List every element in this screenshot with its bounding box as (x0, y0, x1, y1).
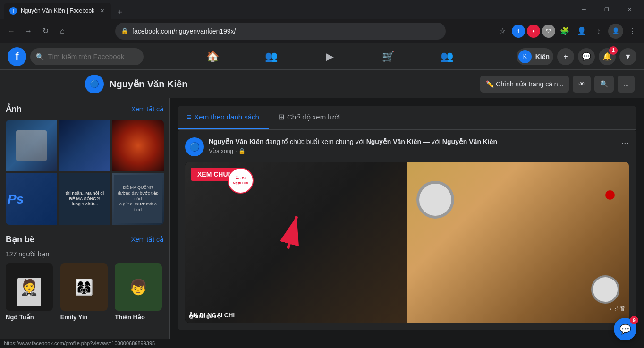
extensions-icon[interactable]: 🧩 (557, 24, 572, 39)
fb-logo: f (8, 47, 26, 66)
status-url: https://www.facebook.com/profile.php?vie… (4, 340, 155, 346)
nav-watch[interactable]: ▶ (302, 45, 358, 68)
reload-button[interactable]: ↻ (38, 24, 53, 39)
tab-bar: f Nguyễn Văn Kiên | Facebook ✕ + ─ ❐ ✕ (0, 0, 644, 19)
nav-friends[interactable]: 👥 (243, 45, 300, 68)
friends-header: Bạn bè Xem tất cả (6, 234, 164, 245)
add-button[interactable]: + (557, 48, 574, 65)
lock-icon: 🔒 (121, 27, 128, 34)
restore-button[interactable]: ❐ (596, 2, 618, 17)
post-author-avatar: 🔵 (185, 137, 204, 156)
tiktok-watermark: ꀤ 抖音 (608, 305, 625, 312)
back-button[interactable]: ← (4, 24, 19, 39)
post-privacy-icon: · (235, 148, 237, 154)
fb-header: f 🔍 🏠 👥 ▶ 🛒 👥 K Kiên + 💬 🔔 (0, 43, 644, 70)
main-content: Ảnh Xem tất cả (0, 98, 644, 339)
profile-icon[interactable]: 👤 (574, 24, 589, 39)
ext-icon-3[interactable]: 🛡 (542, 25, 555, 38)
photo-6[interactable]: ĐÉ MA QUÊN!?đường day bước tiếp nói la g… (112, 173, 164, 225)
post-media[interactable]: XEM CHUNG Ăn ĐiNgại Chi (185, 162, 629, 323)
star-icon[interactable]: ☆ (495, 24, 510, 39)
post-text-part1: đang tổ chức buổi xem chung với (265, 138, 366, 145)
svg-line-1 (276, 216, 308, 248)
post-tagged-person: Nguyễn Văn Kiên (442, 138, 497, 145)
notifications-button[interactable]: 🔔 1 (599, 48, 616, 65)
sidebar: Ảnh Xem tất cả (0, 98, 170, 339)
tab-list-view[interactable]: ≡ Xem theo danh sách (178, 106, 269, 129)
post-time: Vừa xong · 🔒 (209, 148, 616, 154)
profile-name: Nguyễn Văn Kiên (110, 78, 187, 90)
toolbar-icons: ☆ f ● 🛡 🧩 👤 ↕ 👤 ⋮ (495, 24, 640, 39)
minimize-button[interactable]: ─ (573, 2, 595, 17)
user-profile-button[interactable]: K Kiên (517, 48, 553, 65)
search-input[interactable] (48, 52, 138, 60)
post-author-name: Nguyễn Văn Kiên (209, 138, 263, 145)
facebook-container: f 🔍 🏠 👥 ▶ 🛒 👥 K Kiên + 💬 🔔 (0, 43, 644, 348)
friends-see-all[interactable]: Xem tất cả (131, 236, 164, 243)
friends-section: Bạn bè Xem tất cả 127 người bạn 🤵 (6, 234, 164, 321)
friend-avatar-ngo-tuan: 🤵 (6, 263, 53, 311)
more-options-button[interactable]: ... (618, 76, 635, 93)
ext-icon-2[interactable]: ● (527, 25, 540, 38)
video-title: ĂN ĐI NGẠI CHI (189, 312, 235, 319)
feed: ≡ Xem theo danh sách ⊞ Chế độ xem lưới 🔵 (170, 98, 644, 339)
photo-1[interactable] (6, 120, 57, 171)
friend-name-ngo-tuan: Ngô Tuấn (6, 314, 34, 321)
url-bar[interactable]: 🔒 facebook.com/nguyenvankien199x/ (115, 23, 446, 40)
photos-grid: Ps thi ngăn...Ma nôi điĐÉ MA SÓNG?!lung … (6, 120, 164, 225)
edit-profile-button[interactable]: ✏️ Chỉnh sửa trang cá n... (480, 76, 569, 93)
friend-card-thien-hao[interactable]: 👦 Thiên Hảo (115, 263, 164, 321)
profile-picture: 🔵 (85, 75, 104, 93)
close-button[interactable]: ✕ (619, 2, 640, 17)
friends-count: 127 người bạn (6, 250, 164, 258)
active-tab[interactable]: f Nguyễn Văn Kiên | Facebook ✕ (4, 3, 111, 19)
messenger-button[interactable]: 💬 (578, 48, 595, 65)
address-bar: ← → ↻ ⌂ 🔒 facebook.com/nguyenvankien199x… (0, 19, 644, 43)
user-profile-circle[interactable]: 👤 (608, 24, 623, 39)
window-controls: ─ ❐ ✕ (573, 2, 640, 17)
photos-header: Ảnh Xem tất cả (6, 104, 164, 114)
photo-3[interactable] (112, 120, 164, 171)
menu-icon[interactable]: ⋮ (625, 24, 640, 39)
nav-marketplace[interactable]: 🛒 (360, 45, 417, 68)
photos-see-all[interactable]: Xem tất cả (131, 105, 164, 113)
media-right-panel: ꀤ 抖音 (407, 162, 629, 323)
feed-tabs: ≡ Xem theo danh sách ⊞ Chế độ xem lưới (178, 106, 636, 130)
sync-icon[interactable]: ↕ (591, 24, 606, 39)
friend-card-ngo-tuan[interactable]: 🤵 Ngô Tuấn (6, 263, 55, 321)
search-profile-button[interactable]: 🔍 (594, 76, 614, 93)
chat-badge: 9 (630, 316, 638, 324)
ext-icon-1[interactable]: f (512, 25, 525, 38)
photo-4[interactable]: Ps (6, 173, 57, 225)
andi-logo: Ăn ĐiNgại Chi (228, 168, 254, 194)
fb-right-nav: K Kiên + 💬 🔔 1 ▼ (517, 48, 636, 65)
photo-5[interactable]: thi ngăn...Ma nôi điĐÉ MA SÓNG?!lung 1 c… (59, 173, 110, 225)
post-more-button[interactable]: ··· (621, 137, 629, 148)
search-bar[interactable]: 🔍 (30, 48, 144, 65)
photos-title: Ảnh (6, 104, 22, 114)
browser-frame: f Nguyễn Văn Kiên | Facebook ✕ + ─ ❐ ✕ ←… (0, 0, 644, 348)
tab-grid-view[interactable]: ⊞ Chế độ xem lưới (269, 106, 349, 129)
status-bar: https://www.facebook.com/profile.php?vie… (0, 339, 644, 348)
post-header: 🔵 Nguyễn Văn Kiên đang tổ chức buổi xem … (185, 137, 629, 156)
post-with-person: Nguyễn Văn Kiên (366, 138, 421, 145)
dropdown-button[interactable]: ▼ (619, 48, 636, 65)
post-lock-icon: 🔒 (238, 148, 246, 154)
new-tab-button[interactable]: + (113, 6, 127, 19)
tab-close-icon[interactable]: ✕ (98, 7, 106, 15)
chat-button[interactable]: 💬 9 (614, 318, 636, 340)
home-button[interactable]: ⌂ (55, 24, 70, 39)
nav-home[interactable]: 🏠 (185, 45, 241, 68)
tab-title: Nguyễn Văn Kiên | Facebook (21, 8, 94, 14)
forward-button[interactable]: → (21, 24, 36, 39)
list-view-icon: ≡ (187, 113, 191, 121)
post-period: . (499, 138, 501, 145)
profile-actions: ✏️ Chỉnh sửa trang cá n... 👁 🔍 ... (480, 76, 635, 93)
friend-card-emily-yin[interactable]: 👩‍👩‍👧 Emily Yin (60, 263, 110, 321)
nav-groups[interactable]: 👥 (419, 45, 475, 68)
post-meta: Nguyễn Văn Kiên đang tổ chức buổi xem ch… (209, 137, 616, 154)
photo-2[interactable] (59, 120, 110, 171)
post-card: 🔵 Nguyễn Văn Kiên đang tổ chức buổi xem … (178, 130, 636, 330)
user-name-label: Kiên (535, 53, 550, 60)
view-profile-button[interactable]: 👁 (573, 76, 591, 93)
